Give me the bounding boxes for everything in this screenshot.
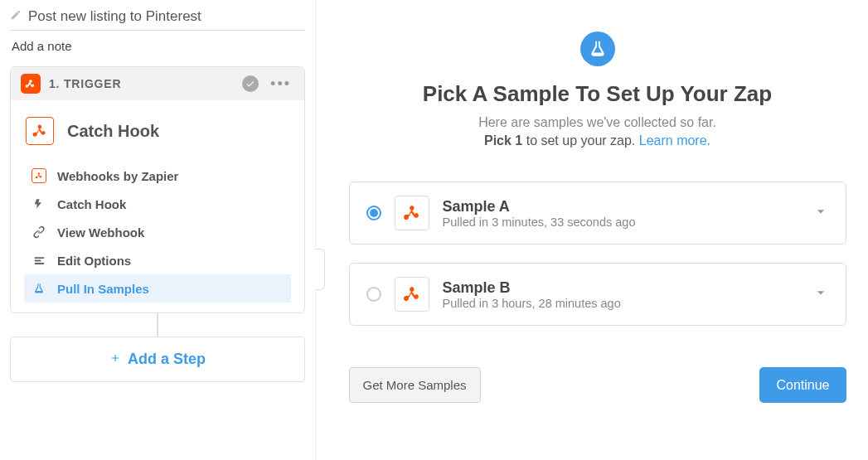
sample-name: Sample A [443, 198, 799, 215]
chevron-down-icon[interactable] [812, 203, 829, 223]
plus-icon [109, 351, 121, 368]
get-more-samples-button[interactable]: Get More Samples [349, 367, 481, 403]
sample-name: Sample B [443, 279, 799, 297]
substep-samples[interactable]: Pull In Samples [24, 274, 291, 303]
radio-selected[interactable] [366, 206, 381, 220]
check-complete-icon [242, 75, 259, 92]
substep-action-label: Catch Hook [57, 197, 126, 211]
radio-unselected[interactable] [366, 287, 381, 302]
link-icon [31, 224, 47, 240]
sample-time: Pulled in 3 hours, 28 minutes ago [443, 297, 799, 310]
substep-samples-label: Pull In Samples [57, 282, 149, 296]
trigger-step-header[interactable]: 1. TRIGGER ••• [11, 67, 304, 100]
main-subtext: Here are samples we've collected so far. [478, 115, 716, 130]
collapse-handle[interactable] [315, 249, 325, 290]
pick-rest: to set up your zap. [522, 133, 639, 148]
zap-title-row[interactable]: Post new listing to Pinterest [10, 8, 305, 31]
add-step-label: Add a Step [128, 351, 206, 368]
webhook-icon [395, 196, 429, 230]
sample-time: Pulled in 3 minutes, 33 seconds ago [443, 215, 799, 229]
webhook-mini-icon [31, 167, 47, 184]
substep-app[interactable]: Webhooks by Zapier [24, 162, 291, 190]
webhook-icon [395, 277, 429, 312]
flask-hero-icon [580, 31, 615, 66]
lightning-icon [31, 196, 47, 212]
sample-card[interactable]: Sample A Pulled in 3 minutes, 33 seconds… [349, 182, 846, 245]
footer-actions: Get More Samples Continue [349, 367, 846, 403]
add-step-button[interactable]: Add a Step [10, 337, 305, 382]
main-pick-text: Pick 1 to set up your zap. Learn more. [484, 133, 710, 148]
pencil-icon [10, 9, 22, 24]
learn-more-link[interactable]: Learn more. [639, 133, 710, 148]
step-connector [157, 313, 158, 337]
sidebar: Post new listing to Pinterest Add a note… [0, 0, 315, 460]
substep-view-label: View Webhook [57, 225, 144, 240]
trigger-substeps: Webhooks by Zapier Catch Hook View Webho… [11, 162, 304, 312]
options-icon [31, 252, 47, 269]
continue-button[interactable]: Continue [759, 367, 846, 403]
trigger-step-title: Catch Hook [67, 122, 159, 141]
trigger-step-label: 1. TRIGGER [49, 77, 234, 90]
sample-card[interactable]: Sample B Pulled in 3 hours, 28 minutes a… [349, 263, 846, 326]
substep-edit-label: Edit Options [57, 254, 131, 268]
zap-title: Post new listing to Pinterest [28, 8, 201, 25]
main-heading: Pick A Sample To Set Up Your Zap [423, 81, 772, 107]
trigger-title-row: Catch Hook [11, 100, 304, 162]
substep-action[interactable]: Catch Hook [24, 190, 291, 218]
webhooks-app-icon [21, 74, 41, 94]
webhook-icon [26, 117, 54, 145]
flask-icon [31, 280, 47, 297]
pane-divider [315, 0, 340, 460]
substep-app-label: Webhooks by Zapier [57, 169, 178, 183]
pick-count: Pick 1 [484, 133, 522, 148]
samples-list: Sample A Pulled in 3 minutes, 33 seconds… [349, 182, 846, 344]
trigger-step-card: 1. TRIGGER ••• Catch Hook Webhooks by Za… [10, 66, 305, 313]
chevron-down-icon[interactable] [812, 284, 829, 304]
substep-view[interactable]: View Webhook [24, 218, 291, 246]
step-menu-icon[interactable]: ••• [267, 75, 294, 93]
main-panel: Pick A Sample To Set Up Your Zap Here ar… [340, 0, 868, 460]
add-note-link[interactable]: Add a note [10, 31, 305, 66]
substep-edit[interactable]: Edit Options [24, 246, 291, 274]
